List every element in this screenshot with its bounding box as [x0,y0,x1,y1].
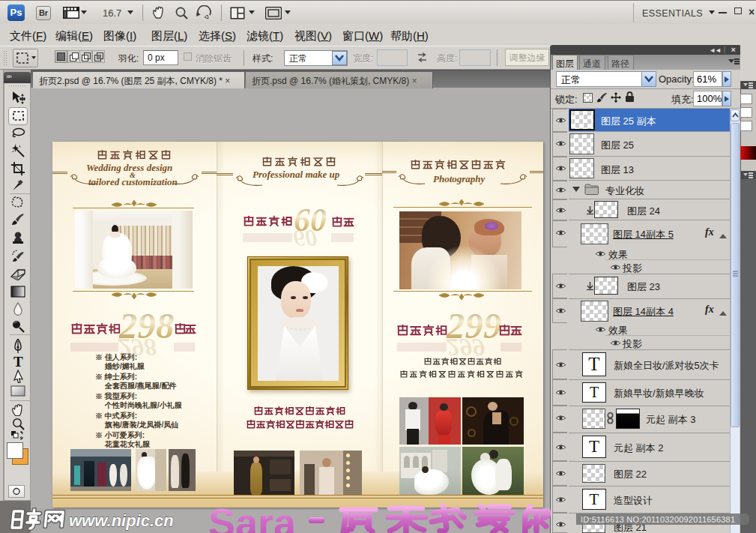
svg-text:www.nipic.cn: www.nipic.cn [69,511,174,530]
svg-text:Sara: Sara [208,504,297,533]
